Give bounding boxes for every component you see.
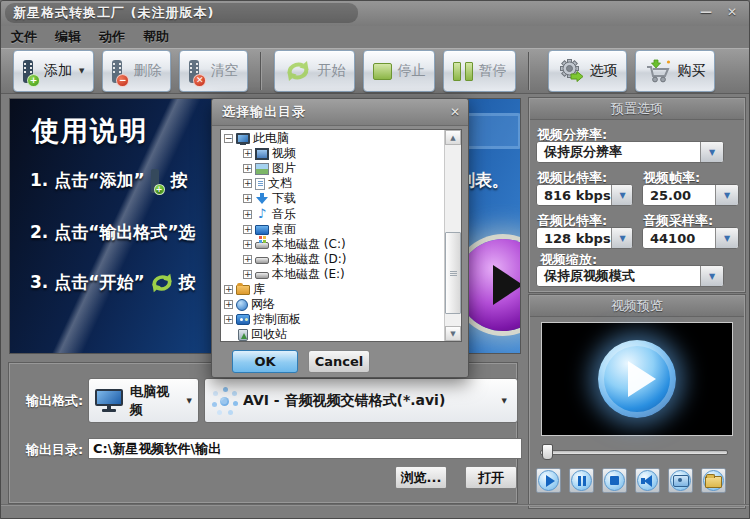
tree-item[interactable]: −此电脑 [221,131,445,146]
disk-icon [255,257,269,264]
chevron-down-icon[interactable]: ▼ [715,228,738,248]
tree-item[interactable]: +视频 [221,146,445,161]
avi-format-icon [211,388,237,414]
cancel-button[interactable]: Cancel [308,350,370,373]
tree-item[interactable]: +本地磁盘 (E:) [221,267,445,282]
instruction-step-3: 3. 点击“开始” 按 [30,271,196,294]
chevron-down-icon: ▼ [187,397,192,405]
output-device-dropdown[interactable]: 电脑视频 ▼ [88,378,199,423]
options-button[interactable]: 选项 [548,50,627,92]
start-button[interactable]: 开始 [274,50,355,92]
app-window: 新星格式转换工厂 (未注册版本) — ✕ 文件 编辑 动作 帮助 + 添加 ▼ … [0,0,750,519]
preview-pause-button[interactable] [569,468,594,493]
chevron-down-icon: ▼ [502,397,507,405]
chevron-down-icon[interactable]: ▼ [611,185,633,205]
tree-item[interactable]: +控制面板 [221,312,445,327]
video-preview-header: 视频预览 [530,296,744,317]
scroll-up-icon[interactable]: ▲ [445,130,461,145]
expander-plus-icon[interactable]: + [243,149,252,158]
tree-item[interactable]: +图片 [221,161,445,176]
browse-button[interactable]: 浏览... [395,466,447,489]
preview-open-button[interactable] [701,468,726,493]
video-scale-dropdown[interactable]: 保持原视频模式 ▼ [536,265,724,287]
preview-snapshot-button[interactable] [668,468,693,493]
output-format-dropdown[interactable]: AVI - 音频视频交错格式(*.avi) ▼ [204,378,518,423]
menu-file[interactable]: 文件 [11,28,37,46]
tree-item[interactable]: +网络 [221,297,445,312]
tree-item[interactable]: +库 [221,282,445,297]
disk-c-icon [255,242,269,249]
player-controls [536,468,726,493]
tree-item[interactable]: +文档 [221,176,445,191]
delete-film-icon: − [112,62,122,81]
expander-plus-icon[interactable]: + [243,164,252,173]
expander-plus-icon[interactable]: + [243,210,252,219]
chevron-down-icon[interactable]: ▼ [700,266,723,286]
expander-plus-icon[interactable]: + [224,285,233,294]
expander-plus-icon[interactable]: + [243,225,252,234]
buy-button[interactable]: 购买 [635,50,715,92]
clear-button[interactable]: ✕ 清空 [179,50,248,92]
output-panel: 输出格式: 电脑视频 ▼ AVI - 音频视频交错格式(*.avi) ▼ 输出目… [9,363,517,503]
minimize-icon[interactable]: — [697,4,715,20]
output-dir-input[interactable] [88,438,522,459]
videos-icon [255,148,269,160]
expander-minus-icon[interactable]: − [224,134,233,143]
tree-scrollbar[interactable]: ▲ ▼ [444,130,461,341]
menu-edit[interactable]: 编辑 [55,28,81,46]
pause-icon [578,476,586,486]
close-icon[interactable]: ✕ [723,4,741,20]
expander-plus-icon[interactable]: + [243,179,252,188]
expander-plus-icon[interactable]: + [243,194,252,203]
chevron-down-icon[interactable]: ▼ [700,142,723,162]
expander-plus-icon[interactable]: + [224,315,233,324]
player-logo-icon [598,340,676,418]
open-button[interactable]: 打开 [465,466,517,489]
control-panel-icon [236,314,250,325]
menu-help[interactable]: 帮助 [143,28,169,46]
scroll-thumb[interactable] [445,232,461,314]
scroll-down-icon[interactable]: ▼ [445,326,461,341]
seek-slider[interactable] [540,444,726,458]
music-icon: ♪ [255,208,269,220]
preview-play-button[interactable] [536,468,561,493]
tree-item[interactable]: +本地磁盘 (C:) [221,237,445,252]
expander-plus-icon[interactable]: + [224,300,233,309]
chevron-down-icon[interactable]: ▼ [611,228,633,248]
tree-item[interactable]: 回收站 [221,327,445,342]
preview-volume-button[interactable] [635,468,660,493]
seek-track[interactable] [540,450,728,455]
dialog-close-icon[interactable]: ✕ [450,105,460,119]
stop-button[interactable]: 停止 [363,50,435,92]
pause-bars-icon [453,62,473,81]
tree-item[interactable]: +桌面 [221,222,445,237]
expander-plus-icon[interactable]: + [243,270,252,279]
tree-item[interactable]: +下载 [221,191,445,206]
chevron-down-icon[interactable]: ▼ [715,185,738,205]
output-dir-label: 输出目录: [26,441,83,459]
tree-item[interactable]: +♪音乐 [221,206,445,221]
dialog-title-bar[interactable]: 选择输出目录 ✕ [212,99,468,126]
audio-bitrate-dropdown[interactable]: 128 kbps ▼ [536,227,633,249]
toolbar-separator [528,52,530,90]
menu-action[interactable]: 动作 [99,28,125,46]
title-pill: 新星格式转换工厂 (未注册版本) [5,3,358,23]
frame-rate-dropdown[interactable]: 25.00 ▼ [642,184,739,206]
documents-icon [255,178,265,190]
ok-button[interactable]: OK [232,350,298,373]
stop-square-icon [373,63,392,80]
sample-rate-dropdown[interactable]: 44100 ▼ [642,227,739,249]
recycle-bin-icon [238,329,248,341]
video-bitrate-dropdown[interactable]: 816 kbps ▼ [536,184,633,206]
seek-thumb-icon[interactable] [542,444,553,460]
add-button[interactable]: + 添加 ▼ [13,50,94,92]
preview-stop-button[interactable] [602,468,627,493]
pause-button[interactable]: 暂停 [443,50,516,92]
expander-plus-icon[interactable]: + [243,255,252,264]
window-title: 新星格式转换工厂 (未注册版本) [13,4,214,22]
delete-button[interactable]: − 删除 [102,50,171,92]
tree-item[interactable]: +本地磁盘 (D:) [221,252,445,267]
expander-plus-icon[interactable]: + [243,240,252,249]
resolution-dropdown[interactable]: 保持原分辨率 ▼ [536,141,724,163]
instruction-step-1: 1. 点击“添加” + 按 [30,169,188,192]
